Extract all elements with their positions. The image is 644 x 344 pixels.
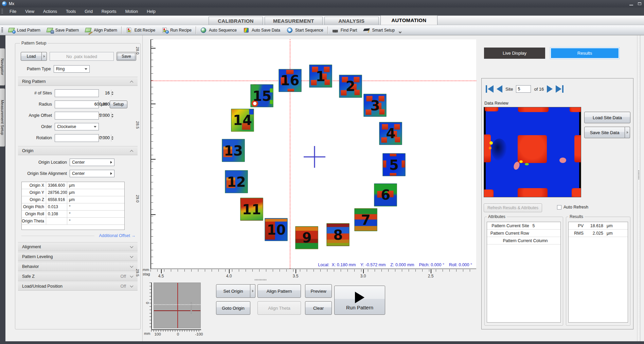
load-pattern-button[interactable]: Load Pattern	[5, 26, 43, 35]
tab-measurement[interactable]: MEASUREMENT	[265, 17, 323, 25]
safe-z-section-header[interactable]: Safe Z Off	[18, 272, 138, 281]
list-item[interactable]: Pattern Current Column	[487, 237, 560, 245]
site-thumbnail-11[interactable]: 11	[240, 198, 263, 221]
load-button[interactable]: Load	[21, 52, 42, 61]
spinner-buttons[interactable]	[111, 134, 113, 142]
site-thumbnail-10[interactable]: 10	[265, 218, 288, 241]
menu-tools[interactable]: Tools	[61, 7, 80, 16]
site-thumbnail-1[interactable]: 1	[309, 65, 332, 88]
run-pattern-button[interactable]: Run Pattern	[334, 286, 385, 315]
save-site-data-flyout-button[interactable]	[625, 127, 630, 138]
spinner-buttons[interactable]	[111, 90, 113, 97]
site-thumbnail-16[interactable]: 16	[279, 69, 301, 92]
pattern-type-select[interactable]: Ring	[54, 65, 90, 73]
maximize-icon[interactable]	[638, 2, 641, 5]
rotation-input[interactable]	[55, 134, 99, 142]
table-row: Origin Pitch 0.013 °	[22, 203, 124, 211]
sidebar-tab-measurement-setup[interactable]: Measurement Setup	[0, 88, 5, 147]
menu-motion[interactable]: Motion	[121, 7, 143, 16]
load-unload-position-section-header[interactable]: Load/Unload Position Off	[18, 282, 138, 291]
order-select[interactable]: Clockwise	[55, 123, 99, 130]
behavior-section-header[interactable]: Behavior	[18, 262, 138, 271]
site-thumbnail-4[interactable]: 4	[379, 122, 402, 145]
menu-grid[interactable]: Grid	[80, 7, 97, 16]
pattern-leveling-section-header[interactable]: Pattern Leveling	[18, 252, 138, 261]
list-item[interactable]: Pattern Current Site 5	[487, 222, 560, 230]
last-site-button[interactable]	[556, 85, 564, 93]
auto-refresh-checkbox[interactable]	[557, 205, 561, 210]
site-thumbnail-5[interactable]: 5	[382, 153, 405, 176]
load-site-data-button[interactable]: Load Site Data	[584, 112, 630, 123]
site-thumbnail-9[interactable]: 9	[296, 226, 318, 249]
site-thumbnail-12[interactable]: 12	[225, 170, 248, 193]
next-site-button[interactable]	[547, 85, 553, 93]
stage-minimap[interactable]	[154, 283, 201, 328]
results-tab-button[interactable]: Results	[550, 48, 619, 59]
list-item[interactable]: RMS 2.025 μm	[569, 230, 628, 237]
clear-button[interactable]: Clear	[305, 301, 332, 315]
tab-calibration[interactable]: CALIBRATION	[209, 17, 263, 25]
spinner-buttons[interactable]	[111, 112, 113, 119]
menu-reports[interactable]: Reports	[97, 7, 121, 16]
panel-splitter[interactable]	[637, 35, 641, 341]
radius-input[interactable]	[55, 101, 99, 108]
alignment-section-header[interactable]: Alignment	[18, 242, 138, 251]
edit-recipe-button[interactable]: Edit Recipe	[123, 26, 158, 35]
toolbar-overflow-button[interactable]	[398, 26, 402, 34]
menu-help[interactable]: Help	[142, 7, 160, 16]
site-thumbnail-6[interactable]: 6	[374, 183, 397, 206]
previous-site-button[interactable]	[497, 85, 502, 93]
load-flyout-button[interactable]	[42, 52, 47, 61]
save-pattern-button[interactable]: Save Pattern	[43, 26, 82, 35]
minimap-x-axis	[151, 329, 201, 330]
list-item[interactable]: PV 18.618 μm	[569, 222, 628, 230]
origin-location-select[interactable]: Center	[70, 159, 114, 166]
num-sites-input[interactable]	[55, 89, 99, 97]
menu-view[interactable]: View	[21, 7, 39, 16]
site-thumbnail-3[interactable]: 3	[364, 94, 387, 117]
list-item[interactable]: Pattern Current Row	[487, 230, 560, 237]
save-site-data-button[interactable]: Save Site Data	[584, 127, 625, 138]
set-origin-flyout-button[interactable]	[250, 284, 255, 298]
start-sequence-button[interactable]: Start Sequence	[283, 26, 326, 35]
menu-file[interactable]: File	[5, 7, 21, 16]
align-pattern-toolbar-button[interactable]: Align Pattern	[82, 26, 120, 35]
site-thumbnail-15[interactable]: 15	[251, 85, 273, 107]
find-part-button[interactable]: Find Part	[329, 26, 360, 35]
tab-analysis[interactable]: ANALYSIS	[324, 17, 379, 25]
align-pattern-button[interactable]: Align Pattern	[257, 284, 301, 298]
site-thumbnail-14[interactable]: 14	[231, 109, 254, 131]
additional-offset-link[interactable]: Additional Offset →	[99, 233, 136, 238]
ring-pattern-section-header[interactable]: Ring Pattern	[18, 77, 138, 86]
origin-site-alignment-select[interactable]: Center	[70, 170, 114, 177]
auto-sequence-button[interactable]: Auto Sequence	[197, 26, 240, 35]
stage-coordinates-readout: Local: X: 0.180 mm Y: -0.572 mm Z: 0.000…	[318, 262, 472, 267]
save-button[interactable]: Save	[117, 52, 136, 61]
horizontal-splitter-grip[interactable]	[255, 279, 267, 280]
vertical-splitter-grip[interactable]	[191, 302, 192, 314]
radius-setup-button[interactable]: Setup	[110, 101, 127, 108]
refresh-results-button[interactable]: Refresh Results & Attributes	[484, 203, 542, 212]
menu-actions[interactable]: Actions	[39, 7, 61, 16]
align-theta-button[interactable]: Align Theta	[257, 301, 301, 315]
pattern-plot-canvas[interactable]: 12345678910111213141516 Local: X: 0.180 …	[150, 39, 476, 269]
site-thumbnail-8[interactable]: 8	[327, 223, 350, 246]
run-recipe-button[interactable]: Run Recipe	[158, 26, 195, 35]
auto-save-data-button[interactable]: Auto Save Data	[240, 26, 283, 35]
live-display-button[interactable]: Live Display	[484, 48, 545, 59]
origin-section-header[interactable]: Origin	[18, 146, 138, 155]
site-thumbnail-2[interactable]: 2	[339, 75, 362, 97]
site-number-input[interactable]	[516, 85, 531, 93]
first-site-button[interactable]	[486, 85, 494, 93]
data-review-image[interactable]	[484, 107, 581, 197]
minimize-icon[interactable]	[629, 5, 633, 5]
set-origin-button[interactable]: Set Origin	[216, 284, 250, 298]
angle-offset-input[interactable]	[55, 112, 99, 120]
tab-automation[interactable]: AUTOMATION	[380, 15, 437, 25]
site-thumbnail-13[interactable]: 13	[222, 139, 245, 162]
site-thumbnail-7[interactable]: 7	[354, 209, 377, 231]
sidebar-tab-navigator[interactable]: Navigator	[0, 48, 5, 86]
smart-setup-button[interactable]: Smart Setup	[360, 26, 398, 35]
goto-origin-button[interactable]: Goto Origin	[216, 301, 250, 315]
preview-button[interactable]: Preview	[305, 284, 332, 298]
